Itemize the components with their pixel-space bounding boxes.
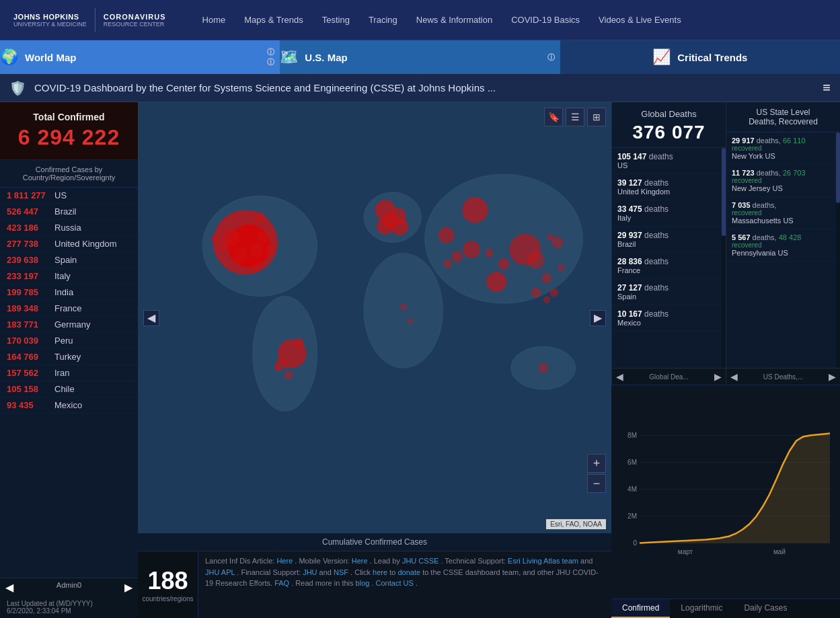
- country-name: Russia: [54, 223, 81, 233]
- info-text4: . Technical Support:: [441, 557, 507, 565]
- world-map-svg: [138, 102, 611, 533]
- death-country: Italy: [617, 214, 720, 222]
- info-text9: to: [389, 568, 397, 576]
- country-count: 239 638: [7, 255, 50, 265]
- scroll-right-icon[interactable]: ▶: [124, 581, 132, 594]
- esri-link[interactable]: Esri Living Atlas team: [508, 557, 578, 565]
- info-text2: . Mobile Version:: [295, 557, 351, 565]
- svg-point-20: [542, 273, 552, 283]
- list-tool-btn[interactable]: ☰: [566, 108, 584, 126]
- list-item: 27 127 deaths Spain: [612, 279, 726, 305]
- faq-link[interactable]: FAQ: [274, 579, 289, 587]
- death-label: deaths: [649, 152, 673, 161]
- svg-text:март: март: [678, 548, 693, 555]
- deaths-nav-prev-btn[interactable]: ◀: [616, 371, 623, 382]
- zoom-out-button[interactable]: −: [587, 474, 606, 493]
- us-nav-prev-btn[interactable]: ◀: [730, 371, 738, 382]
- death-count: 105 147: [617, 152, 646, 161]
- us-state-list[interactable]: 29 917 deaths, 66 110 recovered New York…: [726, 132, 840, 368]
- jhu-apl-link[interactable]: JHU APL: [205, 568, 235, 576]
- svg-text:6M: 6M: [627, 459, 637, 466]
- map-nav-left-btn[interactable]: ◀: [143, 310, 159, 326]
- nav-testing[interactable]: Testing: [313, 11, 359, 29]
- us-deaths: 29 917: [732, 137, 755, 145]
- death-country: US: [617, 161, 720, 169]
- global-deaths-value: 376 077: [612, 122, 726, 148]
- death-country: Mexico: [617, 319, 720, 327]
- list-scroll-bar[interactable]: ◀ Admin0 ▶: [0, 578, 138, 596]
- chart-tab-daily-cases[interactable]: Daily Cases: [733, 599, 798, 618]
- death-label: deaths: [644, 231, 669, 240]
- nav-maps[interactable]: Maps & Trends: [235, 11, 312, 29]
- us-recovered: 26 703: [783, 169, 806, 177]
- map-canvas[interactable]: ◀ ▶: [138, 102, 611, 533]
- us-deaths: 5 567: [732, 233, 751, 241]
- list-item: 105 158 Chile: [0, 381, 138, 397]
- map-nav-right-btn[interactable]: ▶: [590, 310, 606, 326]
- donate-link[interactable]: donate: [397, 568, 420, 576]
- nav-covid-basics[interactable]: COVID-19 Basics: [502, 11, 589, 29]
- contact-link[interactable]: Contact US: [376, 579, 414, 587]
- deaths-list[interactable]: 105 147 deaths US 39 127 deaths United K…: [612, 148, 726, 368]
- country-count: 189 348: [7, 303, 50, 313]
- us-nav-next-btn[interactable]: ▶: [829, 371, 836, 382]
- nav-tracing[interactable]: Tracing: [359, 11, 407, 29]
- grid-tool-btn[interactable]: ⊞: [587, 108, 606, 126]
- svg-text:8M: 8M: [627, 432, 637, 439]
- country-count-label: countries/regions: [142, 595, 193, 603]
- tab-us-map[interactable]: 🗺️ U.S. Map ⓘ: [280, 40, 560, 74]
- svg-point-15: [486, 272, 506, 292]
- info-text6: . Financial Support:: [237, 568, 303, 576]
- nsf-link[interactable]: NSF: [334, 568, 348, 576]
- country-name: India: [54, 287, 73, 297]
- country-name: France: [54, 303, 81, 313]
- death-count: 33 475: [617, 204, 642, 214]
- nav-news[interactable]: News & Information: [407, 11, 502, 29]
- death-country: France: [617, 266, 720, 274]
- country-list[interactable]: 1 811 277 US 526 447 Brazil 423 186 Russ…: [0, 188, 138, 578]
- list-item: 239 638 Spain: [0, 252, 138, 268]
- list-item: 277 738 United Kingdom: [0, 236, 138, 252]
- tab-bar: 🌍 World Map ⓘⓘ 🗺️ U.S. Map ⓘ 📈 Critical …: [0, 40, 840, 74]
- us-state: New Jersey US: [732, 184, 835, 192]
- left-panel: Total Confirmed 6 294 222 Confirmed Case…: [0, 102, 138, 618]
- zoom-in-button[interactable]: +: [587, 454, 606, 473]
- svg-text:4M: 4M: [627, 486, 637, 493]
- death-label: deaths: [644, 283, 669, 293]
- nav-home[interactable]: Home: [193, 11, 235, 29]
- lancet-label: Lancet Inf Dis: [205, 557, 250, 565]
- scroll-left-icon[interactable]: ◀: [5, 581, 13, 594]
- chart-tab-logarithmic[interactable]: Logarithmic: [670, 599, 733, 618]
- svg-point-39: [543, 297, 551, 304]
- country-name: Turkey: [54, 352, 81, 362]
- deaths-nav-next-btn[interactable]: ▶: [714, 371, 722, 382]
- chart-canvas: 8M 6M 4M 2M 0 март май: [611, 385, 840, 598]
- donate-here-link[interactable]: here: [373, 568, 387, 576]
- menu-icon[interactable]: ≡: [823, 80, 831, 95]
- us-map-icon: 🗺️: [280, 48, 298, 66]
- bookmark-tool-btn[interactable]: 🔖: [544, 108, 563, 126]
- nav-videos[interactable]: Videos & Live Events: [589, 11, 691, 29]
- tab-critical-trends[interactable]: 📈 Critical Trends: [560, 40, 840, 74]
- death-count: 39 127: [617, 178, 642, 188]
- us-panel-nav: ◀ US Deaths,... ▶: [726, 368, 840, 385]
- jhu-link[interactable]: JHU: [303, 568, 317, 576]
- svg-point-46: [211, 235, 220, 243]
- country-count: 170 039: [7, 336, 50, 346]
- svg-point-33: [252, 263, 261, 272]
- blog-link[interactable]: blog: [356, 579, 370, 587]
- info-text-area: Lancet Inf Dis Article: Here . Mobile Ve…: [198, 551, 611, 618]
- us-state: Massachusetts US: [732, 217, 835, 225]
- chart-tab-confirmed[interactable]: Confirmed: [611, 599, 670, 618]
- trends-icon: 📈: [652, 48, 671, 66]
- list-item: 29 937 deaths Brazil: [612, 227, 726, 253]
- info-text3: . Lead by: [370, 557, 402, 565]
- jhu-csse-link[interactable]: JHU CSSE: [402, 557, 438, 565]
- list-item: 7 035 deaths, recovered Massachusetts US: [726, 197, 840, 229]
- lancet-here-link[interactable]: Here: [276, 557, 293, 565]
- mobile-here-link[interactable]: Here: [352, 557, 368, 565]
- info-text13: .: [416, 579, 418, 587]
- svg-point-43: [257, 231, 270, 243]
- tab-world-map[interactable]: 🌍 World Map ⓘⓘ: [0, 40, 280, 74]
- jhu-logo: JOHNS HOPKINS UNIVERSITY & MEDICINE: [13, 13, 87, 28]
